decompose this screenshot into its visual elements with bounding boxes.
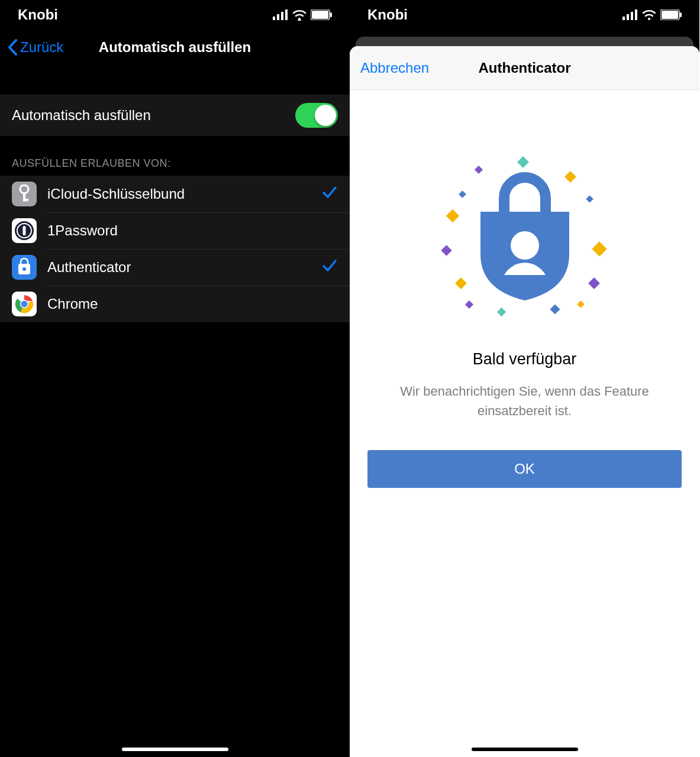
svg-point-8 bbox=[20, 185, 28, 193]
allow-fill-from-header: AUSFÜLLEN ERLAUBEN VON: bbox=[0, 136, 350, 176]
key-icon bbox=[12, 182, 37, 206]
checkmark-icon bbox=[321, 184, 338, 205]
svg-rect-20 bbox=[627, 14, 629, 20]
home-indicator[interactable] bbox=[122, 748, 228, 751]
back-button[interactable]: Zurück bbox=[7, 39, 63, 56]
svg-rect-0 bbox=[273, 17, 275, 20]
chevron-left-icon bbox=[7, 39, 18, 56]
svg-point-23 bbox=[648, 18, 650, 20]
battery-icon bbox=[660, 9, 682, 20]
signal-icon bbox=[622, 9, 638, 20]
onepassword-icon bbox=[12, 218, 37, 243]
wifi-icon bbox=[641, 9, 657, 21]
status-bar: Knobi bbox=[350, 0, 699, 30]
svg-rect-3 bbox=[285, 9, 288, 20]
sparkle-icon bbox=[577, 300, 585, 308]
modal-body: Bald verfügbar Wir benachrichtigen Sie, … bbox=[350, 90, 699, 757]
svg-point-15 bbox=[22, 267, 26, 271]
svg-rect-25 bbox=[662, 11, 678, 19]
svg-rect-22 bbox=[635, 9, 637, 20]
provider-row-chrome[interactable]: Chrome bbox=[0, 286, 350, 322]
svg-point-4 bbox=[298, 18, 301, 20]
sparkle-icon bbox=[464, 300, 473, 309]
ok-button[interactable]: OK bbox=[367, 450, 682, 488]
svg-rect-19 bbox=[622, 17, 625, 20]
svg-point-18 bbox=[21, 301, 28, 308]
settings-screen: Knobi Zurück Automatisch ausfüllen Autom… bbox=[0, 0, 350, 757]
sparkle-icon bbox=[459, 190, 466, 198]
sparkle-icon bbox=[441, 245, 451, 255]
status-icons bbox=[622, 9, 682, 21]
svg-point-27 bbox=[511, 231, 539, 260]
sparkle-icon bbox=[496, 308, 506, 317]
lock-shield-icon bbox=[469, 166, 581, 302]
authenticator-icon bbox=[12, 255, 37, 280]
autofill-toggle-row[interactable]: Automatisch ausfüllen bbox=[0, 95, 350, 136]
coming-soon-title: Bald verfügbar bbox=[473, 350, 577, 368]
svg-rect-26 bbox=[680, 12, 682, 17]
svg-rect-21 bbox=[631, 12, 633, 20]
switch-knob bbox=[315, 105, 336, 126]
wifi-icon bbox=[292, 9, 307, 21]
carrier-label: Knobi bbox=[18, 7, 58, 23]
provider-label: Chrome bbox=[47, 296, 338, 312]
sparkle-icon bbox=[550, 305, 560, 315]
svg-rect-1 bbox=[277, 14, 279, 20]
provider-list: iCloud-Schlüsselbund 1Password Authentic… bbox=[0, 176, 350, 322]
autofill-switch[interactable] bbox=[295, 103, 338, 128]
chrome-icon bbox=[12, 292, 37, 316]
autofill-toggle-label: Automatisch ausfüllen bbox=[12, 107, 151, 124]
provider-row-icloud[interactable]: iCloud-Schlüsselbund bbox=[0, 176, 350, 212]
status-bar: Knobi bbox=[0, 0, 350, 30]
provider-label: iCloud-Schlüsselbund bbox=[47, 186, 321, 202]
carrier-label: Knobi bbox=[367, 7, 408, 23]
signal-icon bbox=[273, 9, 288, 20]
modal-header: Abbrechen Authenticator bbox=[350, 46, 699, 90]
sparkle-icon bbox=[592, 241, 607, 256]
sparkle-icon bbox=[446, 209, 459, 223]
svg-rect-7 bbox=[330, 12, 332, 17]
coming-soon-illustration bbox=[439, 155, 611, 326]
spacer bbox=[0, 65, 350, 95]
svg-rect-13 bbox=[23, 226, 26, 235]
sparkle-icon bbox=[586, 195, 593, 203]
provider-row-authenticator[interactable]: Authenticator bbox=[0, 249, 350, 286]
home-indicator[interactable] bbox=[472, 748, 578, 751]
provider-label: 1Password bbox=[47, 222, 338, 239]
svg-rect-10 bbox=[23, 199, 28, 201]
provider-row-1password[interactable]: 1Password bbox=[0, 212, 350, 249]
status-icons bbox=[273, 9, 332, 21]
checkmark-icon bbox=[321, 257, 338, 278]
sparkle-icon bbox=[455, 277, 467, 289]
svg-rect-6 bbox=[312, 11, 328, 19]
back-label: Zurück bbox=[20, 39, 63, 56]
svg-rect-2 bbox=[281, 12, 283, 20]
battery-icon bbox=[311, 9, 332, 20]
coming-soon-subtitle: Wir benachrichtigen Sie, wenn das Featur… bbox=[389, 381, 661, 420]
provider-label: Authenticator bbox=[47, 259, 321, 276]
modal-sheet: Abbrechen Authenticator bbox=[350, 46, 699, 757]
nav-bar: Zurück Automatisch ausfüllen bbox=[0, 30, 350, 65]
sparkle-icon bbox=[588, 277, 600, 289]
authenticator-modal-screen: Knobi Abbrechen Authenticator bbox=[350, 0, 699, 757]
cancel-button[interactable]: Abbrechen bbox=[360, 60, 429, 76]
